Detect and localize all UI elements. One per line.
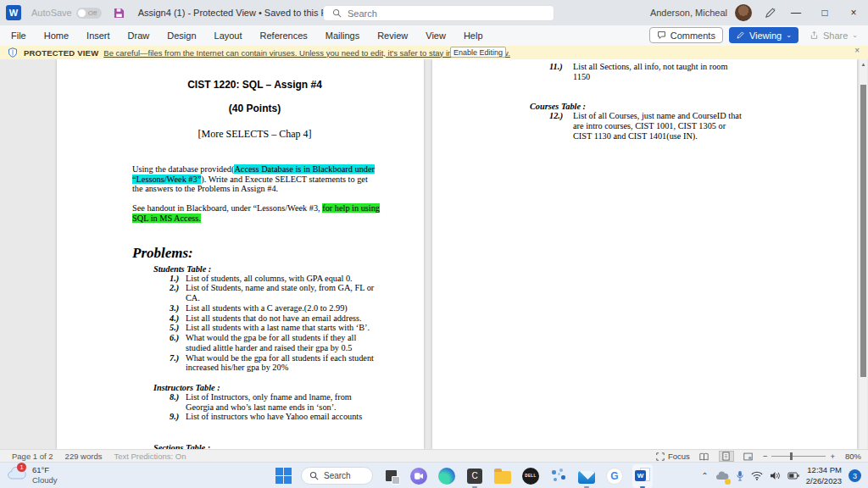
- item-text: List all Sections, all info, not taught …: [573, 62, 746, 81]
- account-name[interactable]: Anderson, Micheal: [650, 8, 727, 18]
- weather-widget[interactable]: 1 61°F Cloudy: [7, 465, 58, 485]
- mail-app-button[interactable]: [576, 464, 597, 488]
- minimize-button[interactable]: —: [782, 0, 810, 25]
- problems-heading: Problems:: [132, 245, 377, 262]
- ribbon-right-buttons: Comments Viewing ⌄ Share ⌄: [649, 27, 863, 43]
- speaker-icon[interactable]: [770, 471, 781, 480]
- list-item: 1.)List of students, all columns, with G…: [170, 274, 377, 284]
- viewing-button[interactable]: Viewing ⌄: [729, 27, 798, 43]
- dell-icon: DELL: [522, 468, 539, 485]
- dell-app-button[interactable]: DELL: [520, 464, 541, 488]
- instructors-problem-list: 8.)List of Instructors, only fname and l…: [170, 392, 377, 422]
- tab-home[interactable]: Home: [44, 30, 69, 41]
- book-icon: [699, 452, 709, 461]
- google-app-button[interactable]: G: [604, 464, 625, 488]
- tab-draw[interactable]: Draw: [128, 30, 150, 41]
- close-button[interactable]: ×: [839, 0, 868, 25]
- wifi-icon[interactable]: [751, 471, 763, 480]
- zoom-out-button[interactable]: −: [763, 452, 768, 461]
- read-mode-button[interactable]: [697, 451, 712, 462]
- cluster-app-button[interactable]: [548, 464, 569, 488]
- zoom-slider[interactable]: [771, 456, 826, 457]
- zoom-slider-thumb[interactable]: [790, 452, 793, 460]
- statusbar-right: Focus − + 80%: [656, 450, 861, 463]
- banner-close-icon[interactable]: ×: [854, 46, 860, 55]
- page-icon: [722, 452, 730, 461]
- onedrive-button[interactable]: [715, 469, 729, 484]
- item-text: List all students that do not have an em…: [186, 313, 377, 324]
- focus-mode-button[interactable]: Focus: [656, 452, 690, 461]
- start-button[interactable]: [273, 464, 293, 488]
- item-text: List all students with a C average.(2.0 …: [186, 303, 377, 313]
- zoom-level[interactable]: 80%: [839, 452, 861, 461]
- courses-problem-list: 12.)List of all Courses, just name and C…: [549, 111, 806, 141]
- onedrive-warning-badge: [725, 479, 731, 485]
- tab-insert[interactable]: Insert: [86, 30, 110, 41]
- autosave-toggle[interactable]: Off: [76, 8, 102, 19]
- tab-review[interactable]: Review: [377, 30, 408, 41]
- list-item: 5.)List all students with a last name th…: [170, 323, 377, 333]
- word-count[interactable]: 229 words: [65, 452, 103, 461]
- text-predictions-status[interactable]: Text Predictions: On: [114, 452, 186, 461]
- autosave-control[interactable]: AutoSave Off: [31, 8, 102, 19]
- list-item: 12.)List of all Courses, just name and C…: [549, 111, 806, 141]
- toggle-knob: [78, 9, 86, 17]
- page-indicator[interactable]: Page 1 of 2: [12, 452, 53, 461]
- shield-icon: [8, 47, 18, 58]
- item-text: List of Students, name and state only, f…: [186, 283, 377, 302]
- item-number: 4.): [170, 313, 183, 324]
- notification-badge[interactable]: 3: [849, 469, 861, 482]
- avatar[interactable]: [735, 4, 752, 21]
- titlebar-search-input[interactable]: Search: [323, 5, 554, 21]
- focus-label: Focus: [668, 452, 690, 461]
- list-item: 9.)List of instructors who have Yahoo em…: [170, 412, 377, 422]
- titlebar-right: Anderson, Micheal — □ ×: [650, 0, 868, 25]
- microphone-icon[interactable]: [736, 470, 744, 481]
- tab-file[interactable]: File: [11, 30, 26, 41]
- ink-pen-icon[interactable]: [764, 7, 776, 19]
- tray-chevron-icon[interactable]: ⌃: [701, 471, 708, 480]
- scroll-up-arrow[interactable]: ▲: [860, 59, 867, 69]
- word-taskbar-button[interactable]: W: [632, 464, 653, 488]
- tab-mailings[interactable]: Mailings: [326, 30, 359, 41]
- banner-message-link[interactable]: Be careful—files from the Internet can c…: [103, 48, 510, 58]
- save-icon[interactable]: [114, 8, 125, 19]
- tab-help[interactable]: Help: [464, 30, 483, 41]
- print-layout-button[interactable]: [719, 451, 734, 462]
- teams-chat-button[interactable]: [409, 464, 429, 488]
- sections-problem-list-cont: 11.)List all Sections, all info, not tau…: [549, 62, 806, 81]
- document-page-2: 11.)List all Sections, all info, not tau…: [432, 59, 857, 449]
- task-view-icon: [386, 470, 397, 481]
- comments-button[interactable]: Comments: [649, 27, 723, 43]
- taskbar-search[interactable]: Search: [301, 467, 373, 485]
- task-view-button[interactable]: [381, 464, 401, 488]
- clock[interactable]: 12:34 PM 2/26/2023: [806, 465, 842, 486]
- battery-icon[interactable]: [787, 472, 799, 480]
- item-text: What would the gpa be for all students i…: [186, 333, 377, 352]
- item-number: 9.): [170, 412, 183, 422]
- maximize-button[interactable]: □: [810, 0, 839, 25]
- vertical-scrollbar[interactable]: ▲: [860, 59, 867, 449]
- scrollbar-thumb[interactable]: [860, 85, 866, 377]
- enable-editing-button[interactable]: Enable Editing: [450, 47, 506, 58]
- edge-browser-button[interactable]: [437, 464, 457, 488]
- tab-view[interactable]: View: [426, 30, 446, 41]
- word-app-icon[interactable]: W: [6, 5, 21, 20]
- status-bar: Page 1 of 2 229 words Text Predictions: …: [0, 449, 868, 462]
- item-number: 7.): [170, 353, 183, 373]
- item-number: 5.): [170, 323, 183, 333]
- zoom-control: − + 80%: [763, 452, 861, 461]
- list-item: 4.)List all students that do not have an…: [170, 313, 377, 324]
- file-explorer-button[interactable]: [492, 464, 513, 488]
- tab-references[interactable]: References: [260, 30, 308, 41]
- share-button[interactable]: Share ⌄: [804, 27, 863, 43]
- zoom-in-button[interactable]: +: [830, 452, 835, 461]
- autosave-state: Off: [88, 9, 97, 17]
- c-app-button[interactable]: C: [465, 464, 485, 488]
- courses-table-heading: Courses Table :: [530, 102, 806, 111]
- web-layout-button[interactable]: [741, 451, 756, 462]
- document-title[interactable]: Assign4 (1) - Protected View • Saved to …: [138, 8, 345, 18]
- tab-layout[interactable]: Layout: [214, 30, 242, 41]
- tab-design[interactable]: Design: [167, 30, 196, 41]
- item-number: 11.): [549, 62, 566, 81]
